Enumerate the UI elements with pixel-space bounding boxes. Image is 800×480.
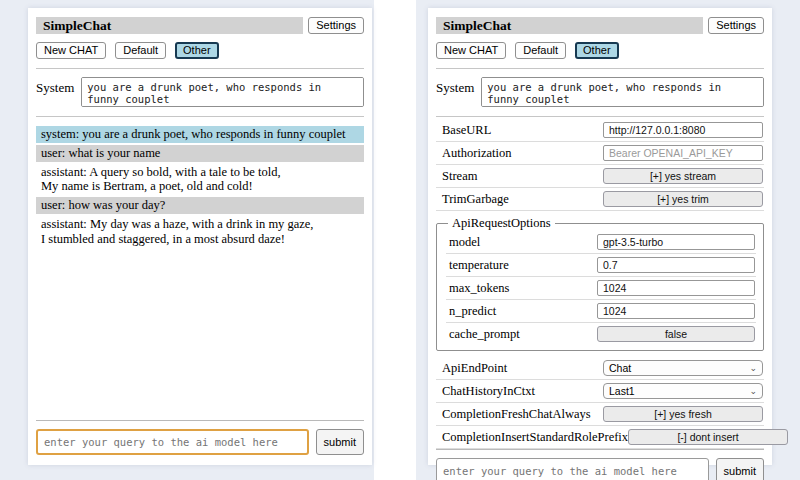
session-button-other[interactable]: Other	[575, 42, 619, 59]
setting-label: CompletionInsertStandardRolePrefix	[442, 430, 628, 445]
setting-label: ApiEndPoint	[442, 361, 507, 376]
settings-button[interactable]: Settings	[308, 17, 364, 34]
settings-list: BaseURLAuthorizationStream[+] yes stream…	[436, 119, 764, 449]
settings-button[interactable]: Settings	[708, 17, 764, 34]
submit-button[interactable]: submit	[316, 429, 364, 455]
chevron-down-icon: ⌄	[749, 364, 757, 373]
session-button-other[interactable]: Other	[175, 42, 219, 59]
setting-row-stream: Stream[+] yes stream	[436, 165, 764, 188]
new-chat-button[interactable]: New CHAT	[436, 42, 506, 59]
setting-label: Authorization	[442, 146, 511, 161]
app-title: SimpleChat	[436, 17, 703, 34]
selected-option: Last1	[609, 385, 635, 397]
chat-message-system: system: you are a drunk poet, who respon…	[36, 126, 364, 143]
setting-label: max_tokens	[449, 281, 509, 296]
setting-row-completioninsertstandardroleprefix: CompletionInsertStandardRolePrefix[-] do…	[436, 426, 764, 449]
setting-label: cache_prompt	[449, 327, 520, 342]
setting-toggle-trimgarbage[interactable]: [+] yes trim	[603, 191, 763, 207]
system-prompt-input[interactable]: you are a drunk poet, who responds in fu…	[81, 77, 364, 107]
setting-row-apiendpoint: ApiEndPointChat⌄	[436, 357, 764, 380]
new-chat-button[interactable]: New CHAT	[36, 42, 106, 59]
setting-row-completionfreshchatalways: CompletionFreshChatAlways[+] yes fresh	[436, 403, 764, 426]
chat-message-user: user: what is your name	[36, 145, 364, 162]
setting-row-chathistoryinctxt: ChatHistoryInCtxtLast1⌄	[436, 380, 764, 403]
divider	[436, 116, 764, 117]
chevron-down-icon: ⌄	[749, 387, 757, 396]
setting-label: temperature	[449, 258, 509, 273]
query-input[interactable]	[436, 458, 709, 480]
session-button-default[interactable]: Default	[115, 42, 166, 59]
setting-label: n_predict	[449, 304, 496, 319]
setting-input-baseurl[interactable]	[603, 122, 763, 138]
session-toolbar: New CHAT Default Other	[36, 42, 364, 59]
setting-row-trimgarbage: TrimGarbage[+] yes trim	[436, 188, 764, 211]
panel-gap	[374, 0, 416, 480]
setting-label: TrimGarbage	[442, 192, 509, 207]
settings-group-legend: ApiRequestOptions	[448, 216, 555, 231]
divider	[36, 116, 364, 117]
submit-button[interactable]: submit	[716, 458, 764, 480]
query-row: submit	[36, 420, 364, 455]
setting-row-n-predict: n_predict	[446, 300, 756, 323]
setting-label: BaseURL	[442, 123, 491, 138]
setting-row-authorization: Authorization	[436, 142, 764, 165]
query-input[interactable]	[36, 429, 309, 455]
chat-message-assistant: assistant: A query so bold, with a tale …	[36, 164, 364, 196]
settings-group-apirequestoptions: ApiRequestOptionsmodeltemperaturemax_tok…	[436, 216, 764, 351]
setting-input-n-predict[interactable]	[597, 303, 755, 319]
system-prompt-input[interactable]: you are a drunk poet, who responds in fu…	[481, 77, 764, 107]
setting-toggle-completioninsertstandardroleprefix[interactable]: [-] dont insert	[628, 429, 788, 445]
session-button-default[interactable]: Default	[515, 42, 566, 59]
header: SimpleChat Settings	[436, 17, 764, 34]
setting-select-apiendpoint[interactable]: Chat⌄	[603, 360, 763, 376]
setting-label: ChatHistoryInCtxt	[442, 384, 535, 399]
settings-panel: SimpleChat Settings New CHAT Default Oth…	[428, 8, 772, 465]
setting-select-chathistoryinctxt[interactable]: Last1⌄	[603, 383, 763, 399]
setting-input-authorization[interactable]	[603, 145, 763, 161]
system-prompt-row: System you are a drunk poet, who respond…	[436, 77, 764, 107]
setting-row-cache-prompt: cache_promptfalse	[446, 323, 756, 345]
setting-row-max-tokens: max_tokens	[446, 277, 756, 300]
setting-row-temperature: temperature	[446, 254, 756, 277]
setting-toggle-cache-prompt[interactable]: false	[597, 326, 755, 342]
header: SimpleChat Settings	[36, 17, 364, 34]
setting-input-model[interactable]	[597, 234, 755, 250]
chat-messages: system: you are a drunk poet, who respon…	[36, 126, 364, 249]
setting-toggle-stream[interactable]: [+] yes stream	[603, 168, 763, 184]
chat-message-assistant: assistant: My day was a haze, with a dri…	[36, 216, 364, 248]
setting-input-max-tokens[interactable]	[597, 280, 755, 296]
setting-label: model	[449, 235, 480, 250]
chat-panel: SimpleChat Settings New CHAT Default Oth…	[28, 8, 372, 465]
setting-label: CompletionFreshChatAlways	[442, 407, 591, 422]
setting-toggle-completionfreshchatalways[interactable]: [+] yes fresh	[603, 406, 763, 422]
chat-message-user: user: how was your day?	[36, 197, 364, 214]
system-prompt-label: System	[436, 77, 474, 107]
divider	[36, 68, 364, 69]
query-row: submit	[436, 449, 764, 480]
setting-input-temperature[interactable]	[597, 257, 755, 273]
setting-label: Stream	[442, 169, 477, 184]
setting-row-baseurl: BaseURL	[436, 119, 764, 142]
system-prompt-row: System you are a drunk poet, who respond…	[36, 77, 364, 107]
divider	[436, 68, 764, 69]
system-prompt-label: System	[36, 77, 74, 107]
selected-option: Chat	[609, 362, 631, 374]
setting-row-model: model	[446, 231, 756, 254]
session-toolbar: New CHAT Default Other	[436, 42, 764, 59]
app-title: SimpleChat	[36, 17, 303, 34]
